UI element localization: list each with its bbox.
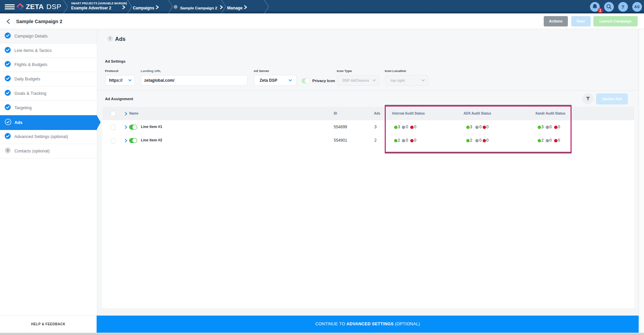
svg-text:9: 9	[6, 148, 8, 152]
